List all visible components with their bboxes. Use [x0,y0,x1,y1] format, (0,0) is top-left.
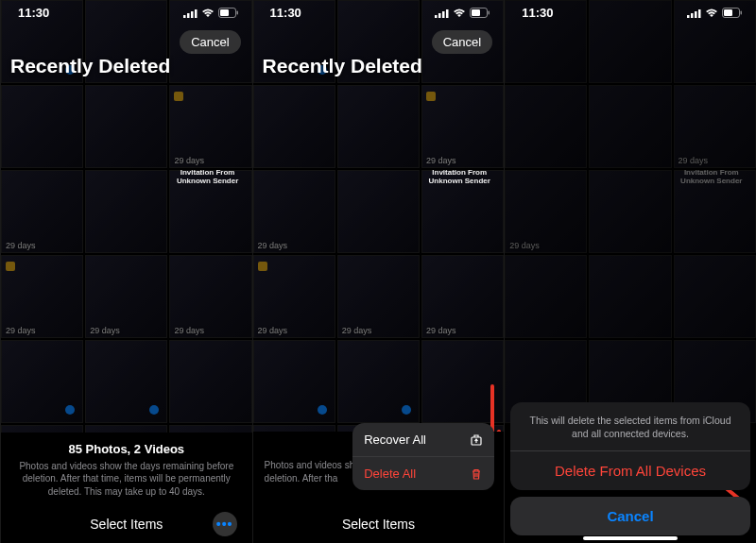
thumbnail[interactable]: 29 days [253,255,335,338]
thumbnail: 29 days [674,85,756,168]
signal-icon [183,8,198,18]
thumbnail[interactable]: 29 days [421,255,504,338]
signal-icon [687,8,701,18]
wifi-icon [201,8,215,18]
thumbnail: 29 days [505,170,587,253]
invitation-card: Invitation From Unknown Sender [171,168,245,185]
select-items-button[interactable]: Select Items [90,517,163,532]
delete-all-button[interactable]: Delete All [352,457,494,490]
page-title: Recently Deleted [263,55,422,77]
thumbnail[interactable]: 29 days [337,255,420,338]
thumbnail[interactable]: 29 days [421,85,504,168]
invitation-card: Invitation From Unknown Sender [422,168,496,185]
bottom-panel: 85 Photos, 2 Videos Photos and videos sh… [1,433,252,544]
svg-rect-5 [220,9,229,16]
battery-icon [218,8,239,18]
summary-text: Photos and videos show the days remainin… [12,460,241,499]
thumbnail[interactable] [253,85,335,168]
thumbnail-grid: 29 days 29 days [505,0,756,425]
svg-rect-16 [691,13,694,18]
svg-rect-9 [442,11,445,18]
ellipsis-icon: ••• [216,517,233,532]
thumbnail [505,255,587,338]
signal-icon [435,8,449,18]
trash-icon [470,467,483,481]
thumbnail[interactable] [85,340,167,423]
svg-rect-1 [187,13,190,18]
svg-rect-18 [698,9,701,18]
thumbnail [589,85,671,168]
thumbnail[interactable]: 29 days [85,255,167,338]
thumbnail[interactable]: 29 days [253,170,335,253]
status-time: 11:30 [18,6,49,20]
thumbnail[interactable] [1,85,83,168]
wifi-icon [705,8,718,18]
svg-rect-17 [695,11,697,18]
recover-all-button[interactable]: Recover All [352,423,494,457]
thumbnail[interactable] [169,340,251,423]
thumbnail [589,255,671,338]
phone-screen-1: 29 days 29 days 29 days 29 days 29 days … [0,0,252,543]
sheet-message: This will delete the selected items from… [510,402,750,450]
phone-screen-2: 29 days 29 days 29 days 29 days 29 days … [252,0,505,543]
svg-rect-7 [435,15,438,18]
status-bar: 11:30 [1,0,252,22]
more-menu: Recover All Delete All [352,423,494,490]
svg-rect-8 [438,13,441,18]
phone-screen-3: 29 days 29 days 11:30 Invitation From Un… [504,0,756,543]
thumbnail[interactable] [85,170,167,253]
battery-icon [722,8,743,18]
status-time: 11:30 [522,6,553,20]
thumbnail[interactable] [337,85,420,168]
home-indicator[interactable] [583,536,678,540]
cancel-button[interactable]: Cancel [180,30,240,54]
summary-title: 85 Photos, 2 Videos [12,442,241,456]
more-button[interactable]: ••• [213,512,237,536]
invitation-card: Invitation From Unknown Sender [675,168,748,185]
thumbnail[interactable] [253,340,335,423]
thumbnail[interactable] [1,340,83,423]
svg-rect-15 [687,15,690,18]
svg-rect-6 [236,11,238,15]
svg-rect-12 [472,9,480,16]
thumbnail[interactable] [421,340,504,423]
thumbnail[interactable]: 29 days [1,170,83,253]
battery-icon [470,8,490,18]
wifi-icon [453,8,466,18]
recover-all-label: Recover All [364,433,426,447]
delete-all-label: Delete All [364,467,416,481]
cancel-button[interactable]: Cancel [432,30,492,54]
page-title: Recently Deleted [10,55,170,77]
thumbnail[interactable]: 29 days [1,255,83,338]
recover-icon [470,433,483,447]
sheet-cancel-button[interactable]: Cancel [510,497,750,535]
svg-rect-3 [195,9,198,18]
thumbnail [674,255,756,338]
thumbnail [505,85,587,168]
status-time: 11:30 [270,6,301,20]
svg-rect-21 [740,11,742,15]
thumbnail[interactable] [337,340,420,423]
thumbnail[interactable] [85,85,167,168]
action-sheet: This will delete the selected items from… [510,402,750,490]
thumbnail[interactable]: 29 days [169,85,251,168]
svg-rect-20 [724,9,732,16]
svg-rect-2 [191,11,194,18]
svg-rect-10 [446,9,449,18]
thumbnail[interactable] [337,170,420,253]
status-bar: 11:30 [253,0,505,22]
status-bar: 11:30 [505,0,756,22]
select-items-button[interactable]: Select Items [342,517,415,532]
thumbnail[interactable]: 29 days [169,255,251,338]
svg-rect-0 [183,15,186,18]
svg-rect-13 [489,11,490,15]
thumbnail [589,170,671,253]
delete-from-all-devices-button[interactable]: Delete From All Devices [510,450,750,490]
